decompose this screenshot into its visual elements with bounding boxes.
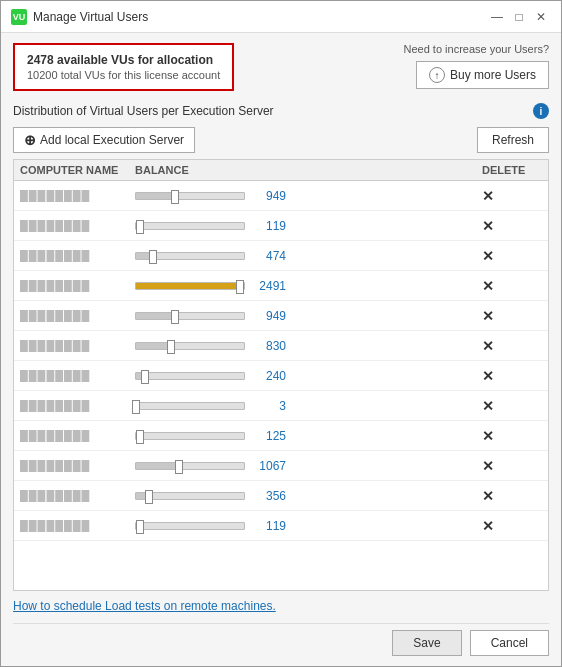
balance-cell: 3 [135, 399, 482, 413]
title-bar-left: VU Manage Virtual Users [11, 9, 148, 25]
slider-thumb [136, 220, 144, 234]
computer-name: ████████ [20, 250, 135, 262]
slider-track[interactable] [135, 402, 245, 410]
delete-cell: ✕ [482, 428, 542, 444]
balance-value: 3 [251, 399, 286, 413]
info-icon[interactable]: i [533, 103, 549, 119]
computer-name: ████████ [20, 520, 135, 532]
table-row: ████████ 2491 ✕ [14, 271, 548, 301]
table-row: ████████ 949 ✕ [14, 181, 548, 211]
delete-button[interactable]: ✕ [482, 278, 494, 294]
distribution-header: Distribution of Virtual Users per Execut… [13, 103, 549, 119]
balance-cell: 119 [135, 519, 482, 533]
slider-thumb [171, 190, 179, 204]
delete-button[interactable]: ✕ [482, 518, 494, 534]
app-icon: VU [11, 9, 27, 25]
slider-fill [136, 463, 179, 469]
table-row: ████████ 125 ✕ [14, 421, 548, 451]
table-row: ████████ 474 ✕ [14, 241, 548, 271]
delete-button[interactable]: ✕ [482, 248, 494, 264]
delete-cell: ✕ [482, 458, 542, 474]
main-content: 2478 available VUs for allocation 10200 … [1, 33, 561, 666]
need-text: Need to increase your Users? [403, 43, 549, 55]
delete-button[interactable]: ✕ [482, 368, 494, 384]
balance-cell: 240 [135, 369, 482, 383]
delete-button[interactable]: ✕ [482, 188, 494, 204]
computer-name: ████████ [20, 490, 135, 502]
slider-track[interactable] [135, 252, 245, 260]
balance-value: 949 [251, 309, 286, 323]
slider-track[interactable] [135, 222, 245, 230]
delete-button[interactable]: ✕ [482, 218, 494, 234]
slider-fill [136, 343, 171, 349]
save-button[interactable]: Save [392, 630, 461, 656]
allocation-box: 2478 available VUs for allocation 10200 … [13, 43, 234, 91]
balance-value: 2491 [251, 279, 286, 293]
buy-more-users-button[interactable]: ↑ Buy more Users [416, 61, 549, 89]
slider-track[interactable] [135, 192, 245, 200]
balance-cell: 119 [135, 219, 482, 233]
slider-thumb [141, 370, 149, 384]
delete-cell: ✕ [482, 368, 542, 384]
slider-track[interactable] [135, 522, 245, 530]
slider-track[interactable] [135, 312, 245, 320]
buy-button-label: Buy more Users [450, 68, 536, 82]
balance-value: 119 [251, 219, 286, 233]
balance-cell: 1067 [135, 459, 482, 473]
table-body: ████████ 949 ✕ ████████ 119 [14, 181, 548, 541]
slider-thumb [136, 520, 144, 534]
allocation-sub: 10200 total VUs for this license account [27, 69, 220, 81]
maximize-button[interactable]: □ [509, 7, 529, 27]
delete-cell: ✕ [482, 488, 542, 504]
balance-cell: 125 [135, 429, 482, 443]
col-header-computer-name: COMPUTER NAME [20, 164, 135, 176]
slider-fill [136, 283, 240, 289]
cancel-button[interactable]: Cancel [470, 630, 549, 656]
delete-cell: ✕ [482, 338, 542, 354]
table-row: ████████ 1067 ✕ [14, 451, 548, 481]
balance-value: 949 [251, 189, 286, 203]
distribution-label: Distribution of Virtual Users per Execut… [13, 104, 274, 118]
delete-button[interactable]: ✕ [482, 398, 494, 414]
add-local-execution-server-button[interactable]: ⊕ Add local Execution Server [13, 127, 195, 153]
delete-cell: ✕ [482, 278, 542, 294]
balance-cell: 356 [135, 489, 482, 503]
top-section: 2478 available VUs for allocation 10200 … [13, 43, 549, 91]
refresh-button[interactable]: Refresh [477, 127, 549, 153]
balance-value: 830 [251, 339, 286, 353]
computer-name: ████████ [20, 220, 135, 232]
slider-track[interactable] [135, 492, 245, 500]
help-link[interactable]: How to schedule Load tests on remote mac… [13, 599, 549, 613]
toolbar: ⊕ Add local Execution Server Refresh [13, 127, 549, 153]
balance-cell: 830 [135, 339, 482, 353]
computer-name: ████████ [20, 460, 135, 472]
balance-value: 125 [251, 429, 286, 443]
title-bar: VU Manage Virtual Users — □ ✕ [1, 1, 561, 33]
slider-thumb [171, 310, 179, 324]
computer-name: ████████ [20, 430, 135, 442]
manage-virtual-users-window: VU Manage Virtual Users — □ ✕ 2478 avail… [0, 0, 562, 667]
slider-thumb [149, 250, 157, 264]
balance-value: 474 [251, 249, 286, 263]
delete-button[interactable]: ✕ [482, 338, 494, 354]
table-header: COMPUTER NAME BALANCE DELETE [14, 160, 548, 181]
slider-track[interactable] [135, 342, 245, 350]
close-button[interactable]: ✕ [531, 7, 551, 27]
delete-cell: ✕ [482, 188, 542, 204]
slider-track[interactable] [135, 432, 245, 440]
delete-button[interactable]: ✕ [482, 308, 494, 324]
computer-name: ████████ [20, 190, 135, 202]
delete-button[interactable]: ✕ [482, 458, 494, 474]
table-row: ████████ 949 ✕ [14, 301, 548, 331]
slider-track[interactable] [135, 282, 245, 290]
delete-button[interactable]: ✕ [482, 488, 494, 504]
slider-thumb [145, 490, 153, 504]
balance-value: 1067 [251, 459, 286, 473]
minimize-button[interactable]: — [487, 7, 507, 27]
slider-track[interactable] [135, 372, 245, 380]
col-header-delete: DELETE [482, 164, 542, 176]
slider-track[interactable] [135, 462, 245, 470]
delete-cell: ✕ [482, 248, 542, 264]
delete-button[interactable]: ✕ [482, 428, 494, 444]
balance-cell: 474 [135, 249, 482, 263]
